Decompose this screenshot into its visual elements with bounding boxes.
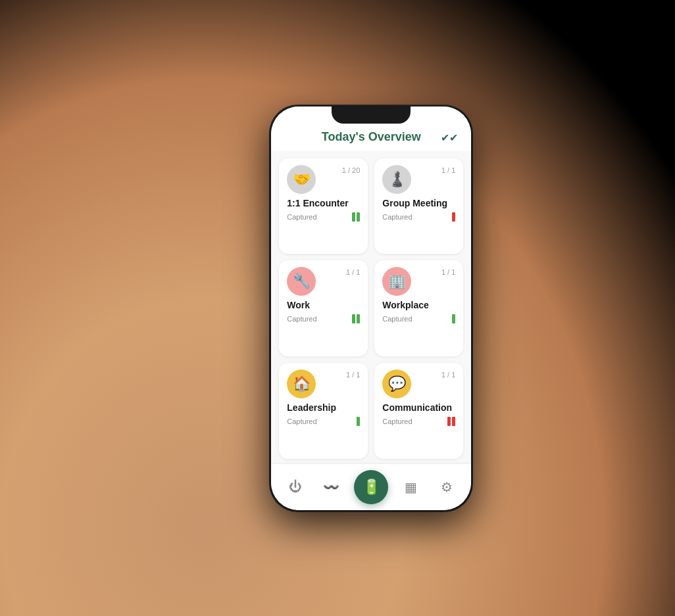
- workplace-count: 1 / 1: [441, 268, 455, 276]
- leadership-title: Leadership: [287, 402, 360, 413]
- bottom-navigation: ⏻ 〰️ 🔋 ▦ ⚙: [271, 464, 471, 510]
- card-group-meeting[interactable]: ♟️ 1 / 1 Group Meeting Captured: [374, 158, 463, 254]
- leadership-footer: Captured: [287, 417, 360, 426]
- communication-status: Captured: [382, 417, 412, 425]
- header-title: Today's Overview: [322, 130, 421, 144]
- card-top: 🤝 1 / 20: [287, 165, 360, 194]
- communication-icon: 💬: [382, 369, 411, 398]
- cards-grid: 🤝 1 / 20 1:1 Encounter Captured: [271, 151, 471, 464]
- communication-title: Communication: [382, 402, 455, 413]
- phone-notch: [332, 107, 411, 124]
- scene: Today's Overview ✔✔ 🤝 1 / 20 1:1 Encount…: [0, 0, 675, 616]
- communication-footer: Captured: [382, 417, 455, 426]
- workplace-title: Workplace: [382, 300, 455, 310]
- encounter-status: Captured: [287, 213, 316, 221]
- check-all-icon[interactable]: ✔✔: [441, 131, 458, 144]
- card-top: 🏢 1 / 1: [382, 267, 455, 296]
- workplace-bars: [452, 314, 455, 323]
- leadership-status: Captured: [287, 417, 316, 425]
- card-top: ♟️ 1 / 1: [382, 165, 455, 194]
- communication-count: 1 / 1: [441, 371, 455, 379]
- phone-frame: Today's Overview ✔✔ 🤝 1 / 20 1:1 Encount…: [269, 105, 473, 512]
- work-footer: Captured: [287, 314, 360, 323]
- card-top: 🏠 1 / 1: [287, 369, 360, 398]
- phone-screen: Today's Overview ✔✔ 🤝 1 / 20 1:1 Encount…: [271, 107, 471, 510]
- card-work[interactable]: 🔧 1 / 1 Work Captured: [279, 260, 368, 356]
- work-title: Work: [287, 300, 360, 310]
- communication-bars: [447, 417, 455, 426]
- nav-gear[interactable]: ⚙: [434, 474, 460, 500]
- workplace-status: Captured: [382, 315, 412, 323]
- encounter-count: 1 / 20: [342, 166, 361, 174]
- leadership-count: 1 / 1: [346, 371, 360, 379]
- workplace-icon: 🏢: [382, 267, 411, 296]
- nav-chart[interactable]: 〰️: [318, 474, 345, 500]
- card-encounter[interactable]: 🤝 1 / 20 1:1 Encounter Captured: [279, 158, 368, 254]
- card-top: 💬 1 / 1: [382, 369, 455, 398]
- group-meeting-count: 1 / 1: [441, 166, 455, 174]
- group-meeting-bars: [452, 212, 455, 222]
- group-meeting-status: Captured: [382, 213, 412, 221]
- work-count: 1 / 1: [346, 268, 360, 276]
- nav-battery-center[interactable]: 🔋: [354, 470, 388, 504]
- work-icon: 🔧: [287, 267, 316, 296]
- leadership-icon: 🏠: [287, 369, 316, 398]
- workplace-footer: Captured: [382, 314, 455, 323]
- encounter-bars: [352, 212, 360, 222]
- card-leadership[interactable]: 🏠 1 / 1 Leadership Captured: [279, 363, 368, 459]
- encounter-title: 1:1 Encounter: [287, 198, 360, 208]
- group-meeting-title: Group Meeting: [382, 198, 455, 208]
- group-meeting-footer: Captured: [382, 212, 455, 222]
- card-communication[interactable]: 💬 1 / 1 Communication Captured: [374, 363, 463, 459]
- encounter-icon: 🤝: [287, 165, 316, 194]
- nav-power[interactable]: ⏻: [282, 474, 309, 500]
- nav-grid[interactable]: ▦: [398, 474, 424, 500]
- work-bars: [352, 314, 360, 323]
- leadership-bars: [357, 417, 360, 426]
- work-status: Captured: [287, 315, 316, 323]
- card-workplace[interactable]: 🏢 1 / 1 Workplace Captured: [374, 260, 463, 356]
- card-top: 🔧 1 / 1: [287, 267, 360, 296]
- encounter-footer: Captured: [287, 212, 360, 222]
- screen-content: Today's Overview ✔✔ 🤝 1 / 20 1:1 Encount…: [271, 107, 471, 510]
- group-meeting-icon: ♟️: [382, 165, 411, 194]
